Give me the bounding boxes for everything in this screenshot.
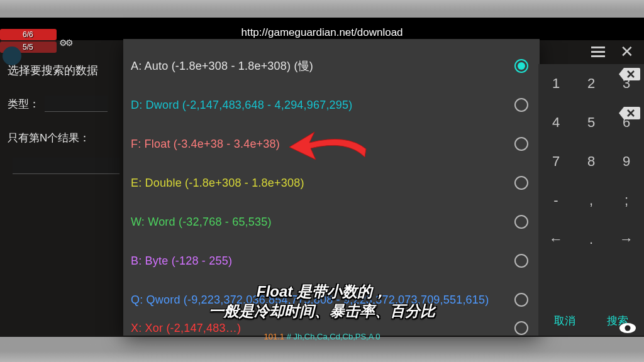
type-option[interactable]: W: Word (-32,768 - 65,535) <box>131 202 528 241</box>
type-option[interactable]: F: Float (-3.4e+38 - 3.4e+38) <box>131 124 528 163</box>
radio-icon[interactable] <box>514 293 528 307</box>
type-input[interactable] <box>45 96 108 112</box>
type-option-label: E: Double (-1.8e+308 - 1.8e+308) <box>131 177 304 190</box>
radio-icon[interactable] <box>514 254 528 268</box>
type-option-label: W: Word (-32,768 - 65,535) <box>131 216 272 229</box>
hp-value-1: 6/6 <box>23 30 33 39</box>
radio-icon[interactable] <box>514 176 528 190</box>
keypad-key[interactable]: 7 <box>538 142 574 181</box>
keypad-key[interactable]: - <box>538 181 574 220</box>
nth-result-label: 只有第N个结果： <box>8 131 90 145</box>
keypad: 123456789-,;←.→ <box>538 64 644 305</box>
subtitle-line-1: Float 是带小数的， <box>209 282 435 301</box>
keypad-key[interactable]: 8 <box>574 142 609 181</box>
type-option[interactable]: A: Auto (-1.8e+308 - 1.8e+308) (慢) <box>131 47 528 85</box>
type-option-label: A: Auto (-1.8e+308 - 1.8e+308) (慢) <box>131 58 313 74</box>
svg-point-1 <box>625 326 631 331</box>
visibility-icon[interactable] <box>619 322 636 334</box>
radio-icon[interactable] <box>514 59 528 73</box>
search-panel: 选择要搜索的数据 类型： 只有第N个结果： <box>8 63 125 174</box>
type-option-label: X: Xor (-2,147,483…) <box>131 322 241 335</box>
subtitle-line-2: 一般是冷却时间、暴击率、百分比 <box>209 301 435 321</box>
keypad-key[interactable]: 9 <box>609 142 644 181</box>
type-option-label: F: Float (-3.4e+38 - 3.4e+38) <box>131 138 280 151</box>
arrow-left-key[interactable]: ← <box>538 220 574 259</box>
keypad-key[interactable]: 1 <box>538 64 574 103</box>
type-option[interactable]: D: Dword (-2,147,483,648 - 4,294,967,295… <box>131 85 528 124</box>
keypad-key[interactable]: , <box>574 181 609 220</box>
player-avatar <box>3 47 21 65</box>
subtitle-overlay: Float 是带小数的， 一般是冷却时间、暴击率、百分比 <box>209 282 435 321</box>
status-value: 101.1 <box>264 332 284 341</box>
panel-title: 选择要搜索的数据 <box>8 63 125 78</box>
close-icon[interactable]: ✕ <box>620 42 634 62</box>
keypad-key[interactable]: 2 <box>574 64 609 103</box>
radio-icon[interactable] <box>514 137 528 151</box>
backspace-icon[interactable] <box>618 67 640 84</box>
radio-icon[interactable] <box>514 321 528 335</box>
keypad-key[interactable]: . <box>574 220 609 259</box>
menu-icon[interactable] <box>591 47 605 57</box>
type-label: 类型： <box>8 97 40 111</box>
keypad-key[interactable]: ; <box>609 181 644 220</box>
type-option[interactable]: B: Byte (-128 - 255) <box>131 241 528 280</box>
type-option[interactable]: E: Double (-1.8e+308 - 1.8e+308) <box>131 163 528 202</box>
url-label: http://gameguardian.net/download <box>241 26 402 39</box>
hp-indicator: 6/6 5/5 <box>0 29 57 58</box>
type-option-label: D: Dword (-2,147,483,648 - 4,294,967,295… <box>131 99 352 112</box>
nth-result-input[interactable] <box>13 158 119 174</box>
arrow-right-key[interactable]: → <box>609 220 644 259</box>
settings-icon[interactable]: ⚙⚙ <box>59 38 72 48</box>
keypad-key[interactable]: 4 <box>538 103 574 142</box>
status-regions: # Jh,Ch,Ca,Cd,Cb,PS,A 0 <box>284 332 380 341</box>
cancel-button[interactable]: 取消 <box>538 305 591 336</box>
status-line: 101.1 # Jh,Ch,Ca,Cd,Cb,PS,A 0 <box>264 332 380 341</box>
backspace-icon[interactable] <box>618 106 640 123</box>
keypad-key[interactable]: 5 <box>574 103 609 142</box>
hp-value-2: 5/5 <box>23 43 33 52</box>
radio-icon[interactable] <box>514 215 528 229</box>
radio-icon[interactable] <box>514 98 528 112</box>
type-option-label: B: Byte (-128 - 255) <box>131 255 232 268</box>
